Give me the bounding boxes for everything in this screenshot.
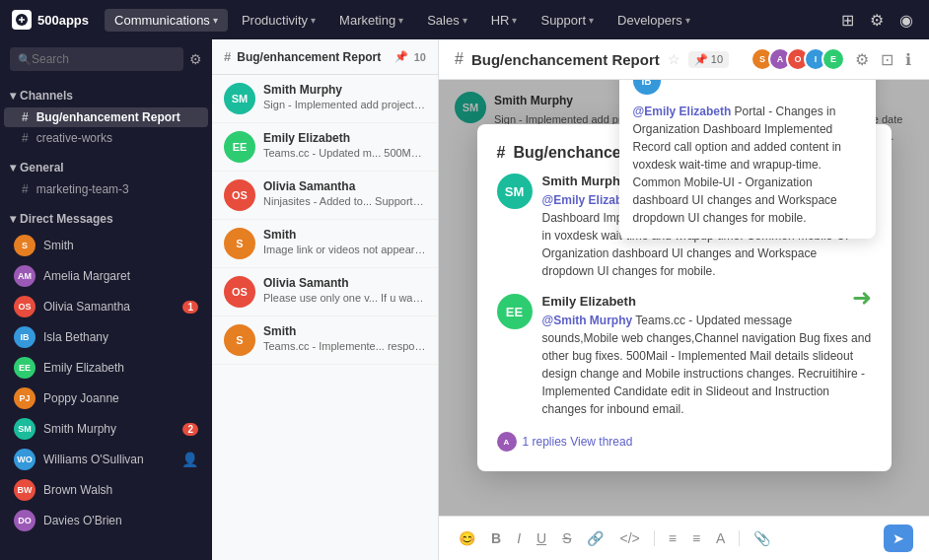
dm-header[interactable]: ▾ Direct Messages <box>0 208 212 230</box>
unread-badge: 2 <box>182 423 198 436</box>
dm-smith[interactable]: S Smith <box>4 231 208 260</box>
bold-button[interactable]: B <box>487 528 505 548</box>
avatar: EE <box>14 357 36 379</box>
nav-menu: Communications ▾ Productivity ▾ Marketin… <box>105 9 822 32</box>
message-tooltip: IB @Emily Elizabeth Portal - Changes in … <box>619 80 876 239</box>
dm-emily[interactable]: EE Emily Elizabeth <box>4 353 208 383</box>
avatar: AM <box>14 265 36 287</box>
channels-section: ▾ Channels # Bug/enhancement Report # cr… <box>0 79 212 151</box>
channel-list-items: SM Smith Murphy Sign - Implemented add p… <box>212 75 438 560</box>
ordered-list-button[interactable]: ≡ <box>688 528 704 548</box>
sidebar-settings-icon[interactable]: ⚙ <box>189 51 202 67</box>
dm-williams[interactable]: WO Williams O'Sullivan 👤 <box>4 445 208 474</box>
chevron-down-icon: ▾ <box>685 15 690 26</box>
chat-area: # Bug/enchancement Report ☆ 📌 10 S A O I… <box>439 39 929 560</box>
divider <box>739 530 740 546</box>
chevron-down-icon: ▾ <box>398 15 403 26</box>
list-item[interactable]: EE Emily Elizabeth Teams.cc - Updated m.… <box>212 123 438 172</box>
app-logo[interactable]: 500apps <box>12 10 89 30</box>
search-input[interactable] <box>10 47 183 71</box>
list-item[interactable]: SM Smith Murphy Sign - Implemented add p… <box>212 75 438 123</box>
dm-poppy[interactable]: PJ Poppy Joanne <box>4 384 208 413</box>
emoji-button[interactable]: 😊 <box>455 528 479 548</box>
chevron-down-icon: ▾ <box>10 89 16 103</box>
nav-sales[interactable]: Sales ▾ <box>417 9 477 32</box>
modal-overlay: # Bug/enchancement Report ☆ 📌 10 📹 ℹ SM <box>439 80 929 516</box>
dm-isla[interactable]: IB Isla Bethany <box>4 322 208 352</box>
avatar: A <box>497 432 517 452</box>
settings-icon[interactable]: ⚙ <box>866 7 888 34</box>
main-content: 🔍 ⚙ ▾ Channels # Bug/enhancement Report … <box>0 39 929 560</box>
link-button[interactable]: 🔗 <box>583 528 607 548</box>
nav-communications[interactable]: Communications ▾ <box>105 9 228 32</box>
mention: @Emily Elizabeth <box>633 105 732 118</box>
sidebar-item-marketing-team[interactable]: # marketing-team-3 <box>4 179 208 199</box>
list-item[interactable]: OS Olivia Samanth Please use only one v.… <box>212 268 438 316</box>
nav-developers[interactable]: Developers ▾ <box>607 9 700 32</box>
nav-marketing[interactable]: Marketing ▾ <box>329 9 413 32</box>
avatar: S <box>14 235 36 256</box>
pin-count-badge: 📌 10 <box>688 51 729 68</box>
mention: @Smith Murphy <box>542 314 633 327</box>
dm-olivia[interactable]: OS Olivia Samantha 1 <box>4 292 208 321</box>
logo-icon <box>12 10 32 30</box>
unread-badge: 1 <box>182 301 198 314</box>
avatar: S <box>224 228 255 259</box>
star-icon[interactable]: ☆ <box>668 51 680 67</box>
thread-reply[interactable]: A 1 replies View thread <box>497 432 872 452</box>
info-icon[interactable]: ℹ <box>903 48 913 71</box>
text-color-button[interactable]: A <box>712 528 729 548</box>
expand-icon[interactable]: ⊡ <box>879 48 895 71</box>
send-button[interactable]: ➤ <box>884 525 913 552</box>
user-icon[interactable]: ◉ <box>895 7 917 34</box>
list-button[interactable]: ≡ <box>665 528 680 548</box>
code-button[interactable]: </> <box>615 528 643 548</box>
channel-list-header: # Bug/enhancement Report 📌 10 <box>212 39 438 75</box>
chat-header-right: S A O I E ⚙ ⊡ ℹ <box>750 47 913 71</box>
sidebar-item-creative-works[interactable]: # creative-works <box>4 128 208 148</box>
underline-button[interactable]: U <box>533 528 550 548</box>
channel-list-title: Bug/enhancement Report <box>237 50 381 64</box>
avatar: SM <box>224 83 255 114</box>
member-avatars: S A O I E <box>750 47 845 71</box>
avatar: BW <box>14 479 36 501</box>
dm-smith-murphy[interactable]: SM Smith Murphy 2 <box>4 414 208 444</box>
avatar: OS <box>224 276 255 308</box>
hash-icon: # <box>22 131 29 145</box>
attachment-button[interactable]: 📎 <box>750 528 774 548</box>
chat-title: Bug/enchancement Report <box>471 51 660 68</box>
sidebar: 🔍 ⚙ ▾ Channels # Bug/enhancement Report … <box>0 39 212 560</box>
hash-icon: # <box>455 50 464 68</box>
avatar: IB <box>14 326 36 348</box>
avatar: SM <box>14 418 36 440</box>
dm-brown[interactable]: BW Brown Walsh <box>4 475 208 505</box>
strikethrough-button[interactable]: S <box>558 528 575 548</box>
chevron-down-icon: ▾ <box>589 15 594 26</box>
list-item[interactable]: S Smith Teams.cc - Implemente... respons… <box>212 316 438 365</box>
pin-count: 10 <box>414 51 426 63</box>
dm-davies[interactable]: DO Davies O'Brien <box>4 506 208 535</box>
dm-amelia[interactable]: AM Amelia Margaret <box>4 261 208 291</box>
settings-icon[interactable]: ⚙ <box>853 48 871 71</box>
avatar: OS <box>14 296 36 317</box>
person-icon: 👤 <box>181 452 198 467</box>
nav-hr[interactable]: HR ▾ <box>481 9 528 32</box>
list-item[interactable]: S Smith Image link or videos not appeari… <box>212 220 438 268</box>
modal-message-2: EE Emily Elizabeth @Smith Murphy Teams.c… <box>497 294 872 418</box>
search-wrap: 🔍 <box>10 47 183 71</box>
nav-support[interactable]: Support ▾ <box>531 9 604 32</box>
list-item[interactable]: OS Olivia Samantha Ninjasites - Added to… <box>212 172 438 220</box>
general-header[interactable]: ▾ General <box>0 157 212 178</box>
dm-section: ▾ Direct Messages S Smith AM Amelia Marg… <box>0 202 212 538</box>
chevron-down-icon: ▾ <box>463 15 467 26</box>
channels-header[interactable]: ▾ Channels <box>0 85 212 106</box>
avatar: DO <box>14 510 36 531</box>
italic-button[interactable]: I <box>513 528 525 548</box>
avatar: PJ <box>14 387 36 409</box>
nav-productivity[interactable]: Productivity ▾ <box>232 9 325 32</box>
sidebar-item-bug-report[interactable]: # Bug/enhancement Report <box>4 107 208 127</box>
grid-icon[interactable]: ⊞ <box>837 7 858 34</box>
nav-right-icons: ⊞ ⚙ ◉ <box>837 7 917 34</box>
hash-icon: # <box>22 110 29 124</box>
avatar: E <box>822 47 845 71</box>
